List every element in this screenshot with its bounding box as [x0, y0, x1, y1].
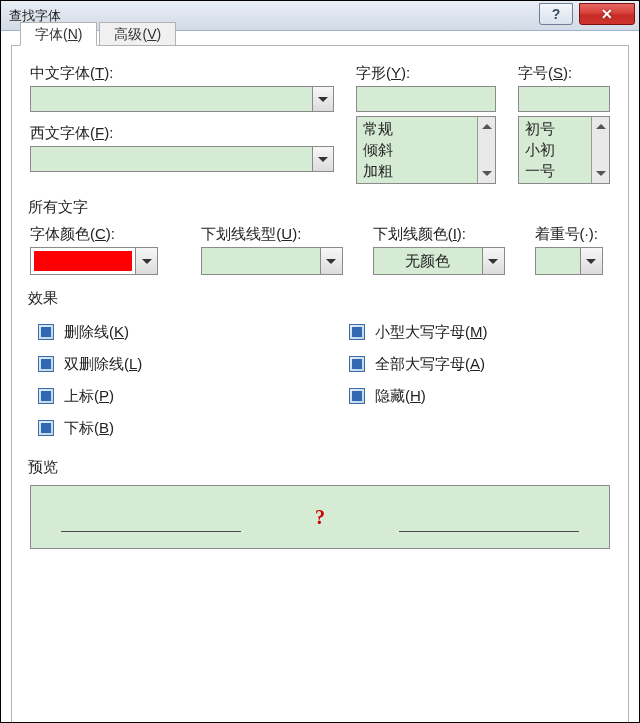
scroll-up-icon[interactable]	[482, 119, 492, 129]
font-color-dropdown[interactable]	[30, 247, 158, 275]
list-item[interactable]: 小初	[525, 139, 585, 160]
font-style-input[interactable]	[356, 86, 496, 112]
help-button[interactable]: ?	[539, 3, 573, 25]
tab-bar: 字体(N) 高级(V)	[20, 22, 178, 46]
scrollbar[interactable]	[477, 117, 495, 183]
checkbox-all-caps[interactable]: 全部大写字母(A)	[349, 348, 610, 380]
dropdown-arrow-icon[interactable]	[312, 86, 334, 112]
section-effects: 效果	[28, 289, 610, 308]
underline-style-dropdown[interactable]	[201, 247, 342, 275]
preview-underline-icon	[399, 531, 579, 532]
scroll-down-icon[interactable]	[596, 171, 606, 181]
dropdown-arrow-icon[interactable]	[321, 247, 343, 275]
scrollbar[interactable]	[591, 117, 609, 183]
color-swatch-icon	[34, 251, 132, 271]
scroll-down-icon[interactable]	[482, 171, 492, 181]
preview-sample-text: ?	[315, 506, 325, 529]
checkbox-icon	[349, 356, 365, 372]
list-item[interactable]: 一号	[525, 160, 585, 181]
checkbox-icon	[38, 420, 54, 436]
preview-box: ?	[30, 485, 610, 549]
list-item[interactable]: 加粗	[363, 160, 471, 181]
underline-color-dropdown[interactable]: 无颜色	[373, 247, 505, 275]
checkbox-icon	[38, 388, 54, 404]
tab-page-font: 中文字体(T): 西文字体(F): 字形(Y):	[12, 46, 628, 549]
label-emphasis: 着重号(·):	[535, 225, 610, 244]
dialog-window: 查找字体 ? ✕ 字体(N) 高级(V) 中文字体(T):	[0, 0, 640, 723]
label-underline-color: 下划线颜色(I):	[373, 225, 505, 244]
list-item[interactable]: 倾斜	[363, 139, 471, 160]
latin-font-combo[interactable]	[30, 146, 334, 172]
section-all-text: 所有文字	[28, 198, 610, 217]
list-item[interactable]: 常规	[363, 118, 471, 139]
checkbox-superscript[interactable]: 上标(P)	[38, 380, 349, 412]
label-font-style: 字形(Y):	[356, 64, 496, 83]
font-style-listbox[interactable]: 常规 倾斜 加粗	[356, 116, 496, 184]
checkbox-icon	[349, 324, 365, 340]
checkbox-small-caps[interactable]: 小型大写字母(M)	[349, 316, 610, 348]
dropdown-arrow-icon[interactable]	[483, 247, 505, 275]
label-latin-font: 西文字体(F):	[30, 124, 334, 143]
close-button[interactable]: ✕	[579, 3, 635, 25]
label-underline-style: 下划线线型(U):	[201, 225, 342, 244]
checkbox-double-strike[interactable]: 双删除线(L)	[38, 348, 349, 380]
dropdown-arrow-icon[interactable]	[312, 146, 334, 172]
checkbox-strikethrough[interactable]: 删除线(K)	[38, 316, 349, 348]
dialog-client: 字体(N) 高级(V) 中文字体(T): 西文字体(F):	[11, 45, 629, 722]
tab-advanced[interactable]: 高级(V)	[99, 22, 176, 46]
checkbox-icon	[349, 388, 365, 404]
checkbox-hidden[interactable]: 隐藏(H)	[349, 380, 610, 412]
asian-font-combo[interactable]	[30, 86, 334, 112]
dropdown-arrow-icon[interactable]	[581, 247, 603, 275]
checkbox-icon	[38, 324, 54, 340]
label-font-color: 字体颜色(C):	[30, 225, 171, 244]
checkbox-subscript[interactable]: 下标(B)	[38, 412, 349, 444]
tab-font[interactable]: 字体(N)	[20, 22, 97, 46]
checkbox-icon	[38, 356, 54, 372]
dropdown-arrow-icon[interactable]	[136, 247, 158, 275]
font-size-listbox[interactable]: 初号 小初 一号	[518, 116, 610, 184]
section-preview: 预览	[28, 458, 610, 477]
label-font-size: 字号(S):	[518, 64, 610, 83]
label-asian-font: 中文字体(T):	[30, 64, 334, 83]
scroll-up-icon[interactable]	[596, 119, 606, 129]
emphasis-dropdown[interactable]	[535, 247, 610, 275]
list-item[interactable]: 初号	[525, 118, 585, 139]
preview-underline-icon	[61, 531, 241, 532]
font-size-input[interactable]	[518, 86, 610, 112]
